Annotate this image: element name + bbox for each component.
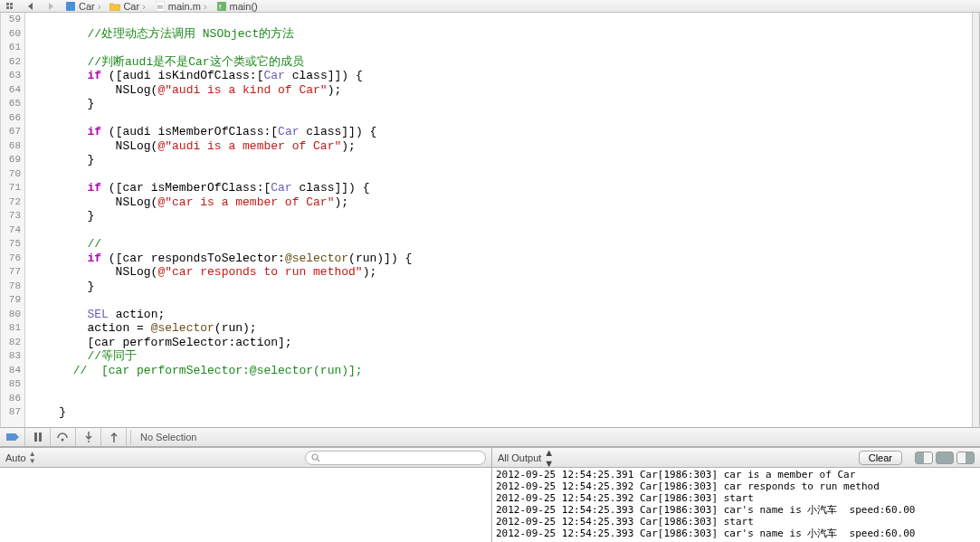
- code-line[interactable]: }: [31, 280, 972, 294]
- line-number: 68: [5, 139, 21, 154]
- code-line[interactable]: [31, 167, 972, 182]
- code-line[interactable]: //等同于: [31, 349, 972, 364]
- nav-back-button[interactable]: [22, 1, 40, 12]
- line-number: 60: [5, 27, 21, 42]
- code-line[interactable]: //: [31, 237, 972, 252]
- code-line[interactable]: }: [31, 97, 972, 111]
- step-out-button[interactable]: [101, 428, 127, 446]
- line-number: 69: [5, 153, 21, 167]
- code-line[interactable]: NSLog(@"audi is a kind of Car");: [31, 83, 972, 98]
- code-line[interactable]: //处理动态方法调用 NSObject的方法: [31, 27, 972, 42]
- console-header: All Output ▲▼ Clear: [492, 448, 980, 468]
- related-items-icon[interactable]: [2, 1, 20, 12]
- line-number: 66: [5, 111, 21, 126]
- xcode-project-icon: [65, 1, 76, 12]
- code-line[interactable]: }: [31, 153, 972, 167]
- code-line[interactable]: if ([audi isMemberOfClass:[Car class]]) …: [31, 125, 972, 139]
- code-line[interactable]: if ([audi isKindOfClass:[Car class]]) {: [31, 69, 972, 83]
- code-line[interactable]: [31, 13, 972, 27]
- pause-button[interactable]: [25, 428, 51, 446]
- debug-status-label: No Selection: [135, 432, 196, 442]
- line-number: 74: [5, 223, 21, 238]
- line-number: 81: [5, 321, 21, 336]
- breadcrumb-project-label: Car: [79, 1, 95, 12]
- line-number: 78: [5, 280, 21, 294]
- breadcrumb-project[interactable]: Car ›: [62, 1, 104, 12]
- line-number-gutter: 5960616263646566676869707172737475767778…: [0, 13, 25, 427]
- line-number: 72: [5, 195, 21, 210]
- line-number: 73: [5, 209, 21, 223]
- code-line[interactable]: SEL action;: [31, 308, 972, 322]
- console-clear-button[interactable]: Clear: [859, 451, 902, 465]
- console-filter-popup[interactable]: All Output ▲▼: [498, 447, 554, 469]
- svg-rect-10: [39, 433, 42, 442]
- updown-arrows-icon: ▲▼: [544, 447, 554, 469]
- svg-rect-3: [10, 6, 13, 9]
- line-number: 86: [5, 392, 21, 406]
- code-line[interactable]: [31, 392, 972, 406]
- line-number: 75: [5, 237, 21, 252]
- show-both-panes-button[interactable]: [936, 452, 954, 464]
- bottom-panel: Auto ▲▼ All Output ▲▼ Clear 2012-09-25 1…: [0, 447, 980, 542]
- code-line[interactable]: }: [31, 405, 972, 420]
- code-line[interactable]: if ([car respondsToSelector:@selector(ru…: [31, 252, 972, 266]
- line-number: 65: [5, 97, 21, 111]
- editor-scrollbar[interactable]: [972, 13, 979, 427]
- svg-line-15: [318, 459, 320, 461]
- svg-rect-2: [6, 6, 9, 9]
- line-number: 85: [5, 377, 21, 392]
- function-icon: f: [216, 1, 227, 12]
- code-area[interactable]: //处理动态方法调用 NSObject的方法 //判断audi是不是Car这个类…: [25, 13, 972, 427]
- line-number: 64: [5, 83, 21, 98]
- svg-text:m: m: [157, 4, 163, 10]
- svg-point-14: [312, 454, 318, 460]
- console-line: 2012-09-25 12:54:25.393 Car[1986:303] ca…: [496, 504, 976, 516]
- variables-scope-popup[interactable]: Auto ▲▼: [5, 451, 36, 465]
- variables-search-input[interactable]: [305, 451, 486, 465]
- console-line: 2012-09-25 12:54:25.393 Car[1986:303] ca…: [496, 528, 976, 539]
- code-line[interactable]: [31, 377, 972, 392]
- breadcrumb-file-label: main.m: [168, 1, 201, 12]
- variables-area[interactable]: [0, 468, 491, 542]
- code-line[interactable]: action = @selector(run);: [31, 321, 972, 336]
- console-filter-label: All Output: [498, 452, 541, 463]
- breadcrumb-folder[interactable]: Car ›: [106, 1, 148, 12]
- console-line: 2012-09-25 12:54:25.392 Car[1986:303] ca…: [496, 480, 976, 492]
- code-line[interactable]: [car performSelector:action];: [31, 336, 972, 350]
- code-line[interactable]: [31, 111, 972, 126]
- code-line[interactable]: NSLog(@"car responds to run method");: [31, 265, 972, 280]
- code-line[interactable]: //判断audi是不是Car这个类或它的成员: [31, 55, 972, 70]
- chevron-right-icon: ›: [142, 1, 146, 12]
- code-line[interactable]: }: [31, 209, 972, 223]
- console-output[interactable]: 2012-09-25 12:54:25.391 Car[1986:303] ca…: [492, 468, 980, 542]
- folder-icon: [109, 1, 120, 12]
- code-editor[interactable]: 5960616263646566676869707172737475767778…: [0, 13, 980, 427]
- svg-rect-9: [34, 433, 37, 442]
- nav-forward-button[interactable]: [42, 1, 60, 12]
- code-line[interactable]: NSLog(@"car is a member of Car");: [31, 195, 972, 210]
- breadcrumb-file[interactable]: m main.m ›: [151, 1, 211, 12]
- step-into-button[interactable]: [76, 428, 101, 446]
- console-line: 2012-09-25 12:54:25.393 Car[1986:303] st…: [496, 516, 976, 528]
- variables-scope-label: Auto: [5, 452, 26, 463]
- line-number: 80: [5, 308, 21, 322]
- breadcrumb-symbol-label: main(): [230, 1, 258, 12]
- code-line[interactable]: // [car performSelector:@selector(run)];: [31, 364, 972, 378]
- code-line[interactable]: [31, 293, 972, 308]
- svg-rect-4: [66, 2, 75, 11]
- step-over-button[interactable]: [51, 428, 76, 446]
- code-line[interactable]: [31, 223, 972, 238]
- code-line[interactable]: NSLog(@"audi is a member of Car");: [31, 139, 972, 154]
- variables-panel: Auto ▲▼: [0, 448, 492, 542]
- code-line[interactable]: if ([car isMemberOfClass:[Car class]]) {: [31, 181, 972, 195]
- code-line[interactable]: [31, 41, 972, 55]
- breadcrumb-symbol[interactable]: f main(): [213, 1, 262, 12]
- divider: [130, 430, 131, 444]
- line-number: 70: [5, 167, 21, 182]
- line-number: 82: [5, 336, 21, 350]
- toggle-breakpoints-button[interactable]: [0, 428, 25, 446]
- line-number: 67: [5, 125, 21, 139]
- show-left-pane-button[interactable]: [915, 452, 933, 464]
- svg-point-11: [61, 439, 63, 442]
- show-right-pane-button[interactable]: [956, 452, 975, 464]
